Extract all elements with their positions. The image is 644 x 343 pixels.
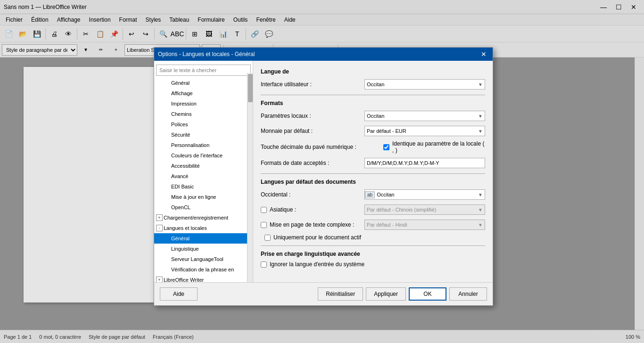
- ignorer-checkbox[interactable]: [261, 261, 267, 268]
- preview-button[interactable]: 👁: [62, 27, 75, 41]
- mep-select[interactable]: Par défaut - Hindi ▼: [364, 220, 485, 230]
- tree-item-langues[interactable]: Langues et locales: [154, 223, 253, 233]
- find-button[interactable]: 🔍: [157, 27, 170, 41]
- expand-langues-icon[interactable]: [156, 225, 163, 231]
- expand-chargement-icon[interactable]: [156, 214, 163, 221]
- divider1: [261, 95, 485, 95]
- tree-search-input[interactable]: [156, 65, 251, 76]
- mep-row: Mise en page de texte complexe : Par déf…: [261, 219, 485, 230]
- reinitialiser-button[interactable]: Réinitialiser: [318, 287, 363, 301]
- ok-button[interactable]: OK: [409, 287, 446, 301]
- spellcheck-button[interactable]: ABC: [171, 27, 184, 41]
- word-count: 0 mot, 0 caractère: [39, 334, 81, 340]
- tree-item-opencl[interactable]: OpenCL: [154, 202, 253, 212]
- separator2: [77, 28, 77, 40]
- tree-item-verification[interactable]: Vérification de la phrase en: [154, 264, 253, 275]
- menu-edition[interactable]: Édition: [27, 16, 52, 24]
- tree-item-writer[interactable]: LibreOffice Writer: [154, 275, 253, 282]
- textbox-button[interactable]: T: [231, 27, 244, 41]
- tree-item-impression[interactable]: Impression: [154, 98, 253, 109]
- interface-value: Occitan: [367, 82, 478, 87]
- annuler-button[interactable]: Annuler: [449, 287, 487, 301]
- aide-button[interactable]: Aide: [160, 287, 198, 301]
- occidental-control[interactable]: ab Occitan ▼: [364, 189, 485, 200]
- style-btn3[interactable]: +: [109, 43, 123, 57]
- occidental-row: Occidental : ab Occitan ▼: [261, 189, 485, 200]
- formats-date-input[interactable]: [364, 158, 485, 168]
- uniquement-label: Uniquement pour le document actif: [273, 234, 361, 241]
- copy-button[interactable]: 📋: [93, 27, 107, 41]
- open-button[interactable]: 📂: [16, 27, 29, 41]
- tree-item-chemins[interactable]: Chemins: [154, 109, 253, 119]
- touche-checkbox[interactable]: [383, 144, 389, 150]
- style-btn2[interactable]: ✏: [94, 43, 107, 57]
- tree-item-couleurs[interactable]: Couleurs de l'interface: [154, 150, 253, 161]
- menu-fenetre[interactable]: Fenêtre: [252, 16, 279, 24]
- tree-scrollbar[interactable]: [247, 73, 253, 282]
- dialog-buttons-right: Réinitialiser Appliquer OK Annuler: [318, 287, 487, 301]
- print-button[interactable]: 🖨: [48, 27, 61, 41]
- tree-item-avance[interactable]: Avancé: [154, 171, 253, 181]
- close-button[interactable]: ✕: [627, 2, 640, 12]
- save-button[interactable]: 💾: [30, 27, 43, 41]
- ignorer-label: Ignorer la langue d'entrée du système: [270, 261, 364, 268]
- menu-outils[interactable]: Outils: [230, 16, 252, 24]
- dialog-body: Général Affichage Impression Chemins Pol…: [154, 61, 493, 282]
- tree-item-maj-en-ligne[interactable]: Mise à jour en ligne: [154, 192, 253, 202]
- tree-item-languagetool[interactable]: Serveur LanguageTool: [154, 254, 253, 264]
- comment-button[interactable]: 💬: [262, 27, 275, 41]
- menu-fichier[interactable]: Fichier: [2, 16, 26, 24]
- tree-item-chargement[interactable]: Chargement/enregistrement: [154, 212, 253, 223]
- tree-item-linguistique[interactable]: Linguistique: [154, 244, 253, 254]
- chart-button[interactable]: 📊: [216, 27, 230, 41]
- monnaie-select[interactable]: Par défaut - EUR ▼: [364, 126, 485, 136]
- paste-button[interactable]: 📌: [107, 27, 121, 41]
- appliquer-button[interactable]: Appliquer: [366, 287, 406, 301]
- page-style: Style de page par défaut: [89, 334, 145, 340]
- tree-item-general-selected[interactable]: Général: [154, 233, 253, 244]
- mep-dropdown-arrow: ▼: [478, 222, 483, 228]
- minimize-button[interactable]: —: [597, 2, 610, 12]
- hyperlink-button[interactable]: 🔗: [248, 27, 261, 41]
- redo-button[interactable]: ↪: [139, 27, 152, 41]
- tree-item-polices[interactable]: Polices: [154, 119, 253, 130]
- options-tree: Général Affichage Impression Chemins Pol…: [154, 61, 253, 282]
- expand-writer-icon[interactable]: [156, 277, 163, 282]
- cut-button[interactable]: ✂: [79, 27, 92, 41]
- titlebar: Sans nom 1 — LibreOffice Writer — ☐ ✕: [0, 0, 644, 14]
- dialog-close-button[interactable]: ✕: [479, 49, 489, 59]
- menu-format[interactable]: Format: [116, 16, 141, 24]
- touche-control: Identique au paramètre de la locale ( , …: [383, 140, 485, 154]
- style-btn1[interactable]: ▼: [79, 43, 92, 57]
- tree-item-edi-basic[interactable]: EDI Basic: [154, 181, 253, 192]
- monnaie-label: Monnaie par défaut :: [261, 128, 364, 134]
- window-controls: — ☐ ✕: [597, 2, 640, 12]
- paragraph-style-dropdown[interactable]: Style de paragraphe par déf: [2, 44, 77, 56]
- menu-affichage[interactable]: Affichage: [53, 16, 84, 24]
- tree-item-general[interactable]: Général: [154, 78, 253, 88]
- new-button[interactable]: 📄: [2, 27, 15, 41]
- table-button[interactable]: ⊞: [188, 27, 201, 41]
- page-count: Page 1 de 1: [4, 334, 32, 340]
- menu-aide[interactable]: Aide: [281, 16, 299, 24]
- asiatique-select[interactable]: Par défaut - Chinois (simplifié) ▼: [364, 204, 485, 215]
- tree-item-securite[interactable]: Sécurité: [154, 130, 253, 140]
- ignorer-row: Ignorer la langue d'entrée du système: [261, 261, 485, 268]
- undo-button[interactable]: ↩: [125, 27, 138, 41]
- menu-insertion[interactable]: Insertion: [85, 16, 115, 24]
- maximize-button[interactable]: ☐: [612, 2, 625, 12]
- uniquement-checkbox[interactable]: [264, 235, 271, 241]
- menu-styles[interactable]: Styles: [142, 16, 165, 24]
- interface-select[interactable]: Occitan ▼: [364, 79, 485, 90]
- asiatique-label: Asiatique :: [270, 206, 296, 213]
- image-button[interactable]: 🖼: [202, 27, 215, 41]
- menu-formulaire[interactable]: Formulaire: [194, 16, 228, 24]
- tree-item-accessibilite[interactable]: Accessibilité: [154, 161, 253, 171]
- mep-checkbox[interactable]: [261, 222, 267, 228]
- menu-tableau[interactable]: Tableau: [165, 16, 193, 24]
- dialog-title: Options - Langues et locales - Général: [158, 51, 255, 57]
- asiatique-checkbox[interactable]: [261, 207, 267, 213]
- parametres-select[interactable]: Occitan ▼: [364, 111, 485, 121]
- tree-item-affichage[interactable]: Affichage: [154, 88, 253, 98]
- tree-item-personnalisation[interactable]: Personnalisation: [154, 140, 253, 150]
